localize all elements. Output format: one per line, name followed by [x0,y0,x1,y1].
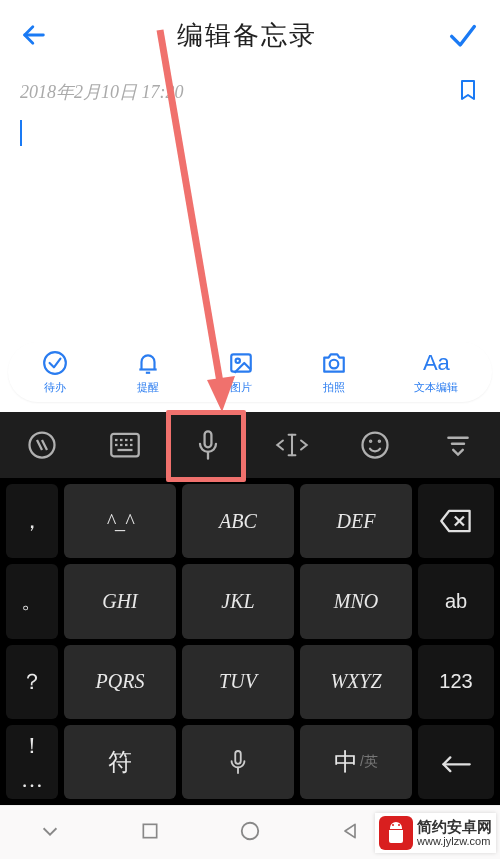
key-def[interactable]: DEF [300,484,412,558]
collapse-keyboard-button[interactable] [428,415,488,475]
text-edit-button[interactable]: Aa 文本编辑 [414,350,458,395]
remind-label: 提醒 [137,380,159,395]
key-ab-mode[interactable]: ab [418,564,494,638]
svg-point-33 [392,824,394,826]
watermark: 简约安卓网 www.jylzw.com [375,813,496,853]
text-cursor[interactable] [20,120,22,146]
camera-label: 拍照 [323,380,345,395]
svg-rect-31 [144,824,157,837]
annotation-highlight-box [166,410,246,482]
key-exclaim-label: ！ [21,731,43,761]
note-toolbar: 待办 提醒 图片 拍照 Aa 文本编辑 [8,342,492,402]
key-wxyz[interactable]: WXYZ [300,645,412,719]
watermark-badge-icon [379,816,413,850]
key-abc[interactable]: ABC [182,484,294,558]
backspace-key[interactable] [418,484,494,558]
key-numeric[interactable]: 123 [418,645,494,719]
key-language[interactable]: 中/英 [300,725,412,799]
svg-point-20 [370,441,371,442]
key-space-mic[interactable] [182,725,294,799]
todo-label: 待办 [44,380,66,395]
watermark-name: 简约安卓网 [417,819,492,836]
svg-point-5 [29,433,54,458]
nav-home[interactable] [239,820,261,846]
enter-key[interactable] [418,725,494,799]
svg-point-21 [379,441,380,442]
svg-rect-28 [235,751,241,764]
nav-back[interactable] [340,821,360,845]
svg-point-32 [242,822,259,839]
remind-button[interactable]: 提醒 [135,350,161,395]
key-emoticon[interactable]: ^_^ [64,484,176,558]
text-edit-label: 文本编辑 [414,380,458,395]
key-mno[interactable]: MNO [300,564,412,638]
ime-toolbar [0,412,500,478]
watermark-url: www.jylzw.com [417,835,492,847]
bookmark-button[interactable] [456,76,480,108]
key-more-label: … [21,767,43,793]
key-lang-main: 中 [334,746,358,778]
key-comma[interactable]: ， [6,484,58,558]
emoji-button[interactable] [345,415,405,475]
svg-rect-2 [231,354,251,371]
keyboard-switch-button[interactable] [95,415,155,475]
todo-button[interactable]: 待办 [42,350,68,395]
svg-point-4 [330,359,339,368]
svg-point-1 [44,352,66,374]
svg-point-34 [398,824,400,826]
camera-button[interactable]: 拍照 [321,350,347,395]
key-exclaim-more[interactable]: ！ … [6,725,58,799]
svg-point-19 [362,433,387,458]
key-question[interactable]: ？ [6,645,58,719]
image-label: 图片 [230,380,252,395]
nav-hide-keyboard[interactable] [39,820,61,846]
cursor-move-button[interactable] [262,415,322,475]
key-lang-sub: /英 [360,753,378,771]
key-tuv[interactable]: TUV [182,645,294,719]
key-pqrs[interactable]: PQRS [64,645,176,719]
svg-point-3 [236,358,240,362]
image-button[interactable]: 图片 [228,350,254,395]
key-ghi[interactable]: GHI [64,564,176,638]
key-symbol[interactable]: 符 [64,725,176,799]
page-title: 编辑备忘录 [177,18,317,53]
note-timestamp: 2018年2月10日 17:20 [20,80,184,104]
confirm-button[interactable] [446,18,480,52]
key-jkl[interactable]: JKL [182,564,294,638]
ime-logo-button[interactable] [12,415,72,475]
nav-recent[interactable] [140,821,160,845]
key-period[interactable]: 。 [6,564,58,638]
keyboard-area: ， ^_^ ABC DEF 。 GHI JKL MNO ab ？ PQRS TU… [0,478,500,805]
text-edit-glyph: Aa [423,350,450,376]
back-button[interactable] [20,21,48,49]
